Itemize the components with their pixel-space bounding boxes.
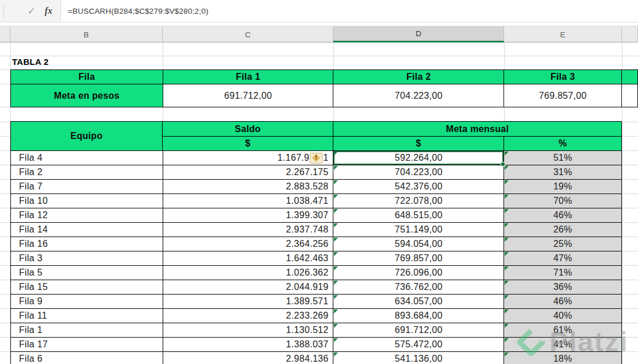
saldo-cell[interactable]: 2.267.175	[163, 165, 334, 180]
equipo-header[interactable]: Equipo	[11, 122, 163, 151]
saldo-value: 1.388.037	[286, 339, 329, 350]
pct-cell[interactable]: 19%	[504, 180, 622, 194]
meta-cell[interactable]: 691.712,00	[333, 323, 504, 338]
saldo-cell[interactable]: 2.937.748	[163, 223, 334, 237]
saldo-cell[interactable]: 1.388.037	[163, 338, 334, 352]
saldo-value: 2.364.256	[286, 239, 329, 249]
equipo-cell[interactable]: Fila 9	[11, 295, 163, 309]
saldo-cell[interactable]: 2.984.136	[163, 352, 334, 364]
table-row: Fila 22.267.175704.223,0031%	[11, 165, 622, 180]
meta-pesos-value-4-clipped[interactable]	[622, 84, 638, 107]
pct-cell[interactable]: 70%	[504, 194, 622, 208]
table-metas-value-row: Meta en pesos 691.712,00 704.223,00 769.…	[11, 84, 638, 107]
meta-cell[interactable]: 736.762,00	[333, 280, 504, 295]
saldo-value: 2.984.136	[286, 354, 329, 364]
meta-currency-header[interactable]: $	[333, 137, 504, 151]
column-header-f-sliver[interactable]	[622, 26, 638, 42]
header-fila-1[interactable]: Fila 1	[163, 70, 334, 84]
saldo-cell[interactable]: 2.364.256	[163, 237, 334, 251]
table-row: Fila 162.364.256594.054,0025%	[11, 237, 622, 251]
meta-cell[interactable]: 893.684,00	[333, 309, 504, 323]
equipo-cell[interactable]: Fila 14	[11, 223, 163, 237]
saldo-cell[interactable]: 2.233.269	[163, 309, 334, 323]
meta-pesos-value-2[interactable]: 704.223,00	[333, 84, 504, 107]
pct-cell[interactable]: 31%	[504, 165, 622, 180]
saldo-cell[interactable]: 2.044.919	[163, 280, 334, 295]
header-fila-2[interactable]: Fila 2	[333, 70, 504, 84]
meta-cell[interactable]: 634.057,00	[333, 295, 504, 309]
pct-cell[interactable]: 25%	[504, 237, 622, 251]
saldo-value: 1.038.471	[286, 196, 329, 206]
meta-pesos-value-1[interactable]: 691.712,00	[163, 84, 334, 107]
meta-cell[interactable]: 575.472,00	[333, 338, 504, 352]
saldo-value: 2.267.175	[286, 167, 329, 177]
saldo-cell[interactable]: 2.883.528	[163, 180, 334, 194]
equipo-cell[interactable]: Fila 1	[11, 323, 163, 338]
pct-cell[interactable]: 40%	[504, 309, 622, 323]
header-fila[interactable]: Fila	[11, 70, 163, 84]
pct-cell[interactable]: 71%	[504, 266, 622, 280]
meta-cell[interactable]: 541.136,00	[333, 352, 504, 364]
table-title[interactable]: TABLA 2	[12, 57, 49, 67]
meta-cell[interactable]: 704.223,00	[333, 165, 504, 180]
equipo-cell[interactable]: Fila 12	[11, 208, 163, 223]
saldo-cell[interactable]: 1.038.471	[163, 194, 334, 208]
header-fila-4-clipped[interactable]	[622, 70, 638, 84]
meta-cell[interactable]: 648.515,00	[333, 208, 504, 223]
meta-pesos-value-3[interactable]: 769.857,00	[504, 84, 622, 107]
pct-cell[interactable]: 46%	[504, 208, 622, 223]
column-header-c[interactable]: C	[163, 26, 333, 42]
saldo-cell[interactable]: 1.130.512	[163, 323, 334, 338]
meta-cell-selected[interactable]: 592.264,00	[333, 151, 504, 165]
pct-cell[interactable]: 51%	[504, 151, 622, 165]
meta-cell[interactable]: 769.857,00	[333, 251, 504, 266]
equipo-cell[interactable]: Fila 11	[11, 309, 163, 323]
pct-cell[interactable]: 61%	[504, 323, 622, 338]
meta-percent-header[interactable]: %	[504, 137, 622, 151]
equipo-cell[interactable]: Fila 2	[11, 165, 163, 180]
equipo-cell[interactable]: Fila 3	[11, 251, 163, 266]
column-header-d[interactable]: D	[333, 26, 504, 42]
saldo-cell[interactable]: 1.642.463	[163, 251, 334, 266]
saldo-value: 1.026.362	[286, 268, 329, 278]
saldo-cell[interactable]: 1.167.91	[163, 151, 334, 165]
pct-cell[interactable]: 46%	[504, 295, 622, 309]
column-header-b[interactable]: B	[10, 26, 163, 42]
saldo-header[interactable]: Saldo	[163, 122, 333, 137]
table-row: Fila 121.399.307648.515,0046%	[11, 208, 622, 223]
saldo-cell[interactable]: 1.389.571	[163, 295, 334, 309]
equipo-cell[interactable]: Fila 10	[11, 194, 163, 208]
equipo-cell[interactable]: Fila 15	[11, 280, 163, 295]
h-gridline	[0, 56, 638, 56]
trace-error-icon[interactable]	[310, 153, 322, 164]
meta-cell[interactable]: 722.078,00	[333, 194, 504, 208]
meta-en-pesos-label[interactable]: Meta en pesos	[11, 84, 163, 107]
equipo-cell[interactable]: Fila 16	[11, 237, 163, 251]
pct-cell[interactable]: 47%	[504, 251, 622, 266]
pct-cell[interactable]: 18%	[504, 352, 622, 364]
meta-cell[interactable]: 726.096,00	[333, 266, 504, 280]
column-header-e[interactable]: E	[504, 26, 622, 42]
header-fila-3[interactable]: Fila 3	[504, 70, 622, 84]
column-header-a-sliver[interactable]	[0, 26, 10, 42]
table-row: Fila 41.167.91592.264,0051%	[11, 151, 622, 165]
enter-check-icon[interactable]: ✓	[27, 5, 35, 17]
meta-mensual-header[interactable]: Meta mensual	[333, 122, 622, 137]
pct-cell[interactable]: 41%	[504, 338, 622, 352]
equipo-cell[interactable]: Fila 17	[11, 338, 163, 352]
equipo-cell[interactable]: Fila 7	[11, 180, 163, 194]
saldo-cell[interactable]: 1.026.362	[163, 266, 334, 280]
equipo-cell[interactable]: Fila 4	[11, 151, 163, 165]
meta-cell[interactable]: 542.376,00	[333, 180, 504, 194]
saldo-currency-header[interactable]: $	[163, 137, 333, 151]
meta-cell[interactable]: 594.054,00	[333, 237, 504, 251]
pct-cell[interactable]: 26%	[504, 223, 622, 237]
equipo-cell[interactable]: Fila 6	[11, 352, 163, 364]
insert-function-icon[interactable]: fx	[45, 6, 52, 16]
formula-input[interactable]: =BUSCARH(B284;$C$279:$V$280;2;0)	[61, 0, 638, 22]
pct-cell[interactable]: 36%	[504, 280, 622, 295]
meta-cell[interactable]: 751.149,00	[333, 223, 504, 237]
equipo-cell[interactable]: Fila 5	[11, 266, 163, 280]
table-metas-header-row: Fila Fila 1 Fila 2 Fila 3	[11, 70, 638, 84]
saldo-cell[interactable]: 1.399.307	[163, 208, 334, 223]
